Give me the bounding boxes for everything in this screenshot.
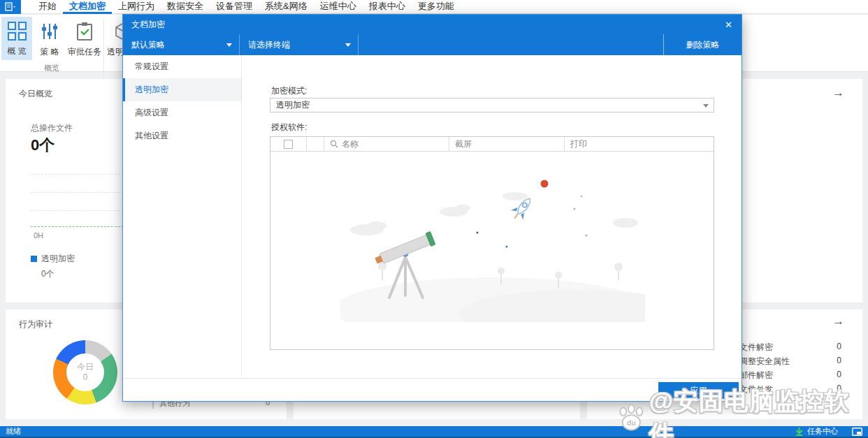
- column-print-label: 打印: [570, 138, 587, 150]
- encrypt-mode-label: 加密模式:: [271, 85, 307, 97]
- audit-donut-chart: 今日 0: [53, 340, 117, 404]
- policy-dropdown[interactable]: 默认策略: [123, 34, 240, 55]
- header-name-cell: 名称: [324, 137, 449, 151]
- terminal-dropdown[interactable]: 请选择终端: [240, 34, 359, 55]
- table-header-row: 名称 截屏 打印: [270, 137, 714, 152]
- toolbar-approval-button[interactable]: 审批任务: [66, 17, 103, 60]
- list-item: 邮件解密 0: [739, 370, 841, 384]
- delete-policy-button[interactable]: 删除策略: [663, 34, 742, 55]
- app-window-icon: [5, 2, 16, 12]
- list-item: 文件外发 0: [739, 384, 841, 397]
- column-screenshot-label: 截屏: [455, 138, 472, 150]
- toolbar-group-divider: [103, 19, 104, 82]
- authorized-software-label: 授权软件:: [271, 122, 307, 133]
- status-bar: 就绪 任务中心: [0, 426, 868, 438]
- stat-value: 0: [837, 370, 841, 384]
- list-item: 调整安全属性 0: [739, 356, 841, 370]
- dialog-toolbar: 默认策略 请选择终端 删除策略: [123, 34, 742, 55]
- chevron-down-icon: [703, 104, 709, 108]
- chevron-down-icon: [345, 43, 351, 47]
- header-empty-cell: [307, 137, 324, 151]
- status-ready-label: 就绪: [6, 426, 21, 437]
- menu-item-data-security[interactable]: 数据安全: [161, 0, 210, 14]
- task-center-button[interactable]: 任务中心: [807, 426, 838, 437]
- menu-item-doc-encrypt[interactable]: 文档加密: [63, 0, 112, 14]
- menu-item-start[interactable]: 开始: [32, 0, 63, 14]
- close-icon[interactable]: ✕: [722, 18, 735, 31]
- empty-state-illustration: [340, 168, 645, 322]
- toolbar-policy-label: 策 略: [40, 46, 59, 58]
- paw-text: du: [627, 418, 636, 427]
- arrow-right-icon[interactable]: →: [832, 314, 844, 328]
- terminal-dropdown-value: 请选择终端: [248, 40, 290, 50]
- chart-legend: 透明加密 0个: [31, 252, 75, 280]
- document-encrypt-dialog: 文档加密 ✕ 默认策略 请选择终端 删除策略 常规设置 透明加密 高级设置 其他…: [122, 14, 742, 402]
- legend-value: 0个: [41, 268, 75, 280]
- stat-value: 0: [837, 384, 841, 397]
- toolbar-overview-label: 概 览: [7, 45, 26, 57]
- app-menu-button[interactable]: [0, 0, 21, 14]
- main-menu: 开始 文档加密 上网行为 数据安全 设备管理 系统&网络 运维中心 报表中心 更…: [32, 0, 461, 13]
- menu-item-report-center[interactable]: 报表中心: [363, 0, 412, 14]
- toolbar-overview-button[interactable]: 概 览: [1, 17, 32, 60]
- stat-label: 文件解密: [739, 342, 773, 356]
- apply-button[interactable]: 应用: [658, 382, 739, 399]
- dialog-title: 文档加密: [131, 19, 165, 31]
- planet-dot: [541, 180, 549, 188]
- donut-center-label: 今日: [77, 362, 94, 372]
- search-icon[interactable]: [330, 140, 338, 148]
- menu-item-device-mgmt[interactable]: 设备管理: [210, 0, 259, 14]
- menu-item-ops-center[interactable]: 运维中心: [314, 0, 363, 14]
- encrypt-mode-select[interactable]: 透明加密: [270, 98, 714, 112]
- stat-value: 0: [837, 356, 841, 370]
- dialog-sidebar: 常规设置 透明加密 高级设置 其他设置: [123, 55, 242, 377]
- menu-item-more[interactable]: 更多功能: [412, 0, 461, 14]
- total-files-label: 总操作文件: [31, 122, 73, 134]
- decrypt-stat-list: 文件解密 0 调整安全属性 0 邮件解密 0 文件外发 0: [739, 342, 841, 397]
- authorized-software-table: 名称 截屏 打印: [270, 136, 714, 350]
- sliders-icon: [40, 22, 59, 41]
- select-all-checkbox[interactable]: [284, 140, 293, 149]
- chevron-down-icon: [226, 43, 232, 47]
- tray-window-icon[interactable]: [852, 428, 862, 436]
- toolbar-approval-label: 审批任务: [68, 46, 101, 58]
- donut-center: 今日 0: [66, 353, 104, 391]
- arrow-right-icon[interactable]: →: [832, 86, 844, 100]
- header-checkbox-cell: [270, 137, 307, 151]
- sidebar-item-general[interactable]: 常规设置: [123, 55, 241, 78]
- donut-center-value: 0: [83, 372, 88, 383]
- sidebar-item-advanced[interactable]: 高级设置: [123, 101, 241, 124]
- dialog-title-bar: 文档加密: [123, 15, 742, 34]
- list-item: 文件解密 0: [739, 342, 841, 356]
- chart-x-tick: 0H: [34, 231, 43, 240]
- dialog-toolbar-spacer: [359, 34, 663, 55]
- stat-value: 0: [837, 342, 841, 356]
- toolbar-policy-button[interactable]: 策 略: [35, 17, 64, 60]
- encrypt-mode-value: 透明加密: [276, 100, 310, 110]
- clipboard-check-icon: [75, 22, 94, 41]
- menu-bar: 开始 文档加密 上网行为 数据安全 设备管理 系统&网络 运维中心 报表中心 更…: [0, 0, 868, 14]
- header-screenshot-cell: 截屏: [449, 137, 565, 151]
- dialog-footer-divider: [123, 378, 742, 379]
- sidebar-item-other[interactable]: 其他设置: [123, 124, 241, 147]
- menu-item-web-behavior[interactable]: 上网行为: [112, 0, 161, 14]
- column-name-label: 名称: [342, 138, 359, 150]
- header-print-cell: 打印: [565, 137, 714, 151]
- download-arrow-icon: [795, 428, 803, 436]
- chevron-down-icon: [13, 6, 15, 8]
- stat-label: 文件外发: [739, 384, 773, 397]
- menu-item-system-network[interactable]: 系统&网络: [259, 0, 314, 14]
- overview-grid-icon: [8, 22, 27, 41]
- toolbar-group-label: 概览: [0, 63, 103, 73]
- total-files-value: 0个: [31, 135, 55, 156]
- stat-label: 邮件解密: [739, 370, 773, 384]
- stat-label: 调整安全属性: [739, 356, 790, 370]
- sidebar-item-transparent-encrypt[interactable]: 透明加密: [123, 78, 241, 101]
- today-overview-title: 今日概览: [19, 88, 52, 100]
- legend-label: 透明加密: [41, 254, 75, 263]
- behavior-audit-title: 行为审计: [19, 319, 52, 330]
- policy-dropdown-value: 默认策略: [131, 40, 165, 50]
- legend-swatch-transparent-encrypt: [31, 256, 37, 262]
